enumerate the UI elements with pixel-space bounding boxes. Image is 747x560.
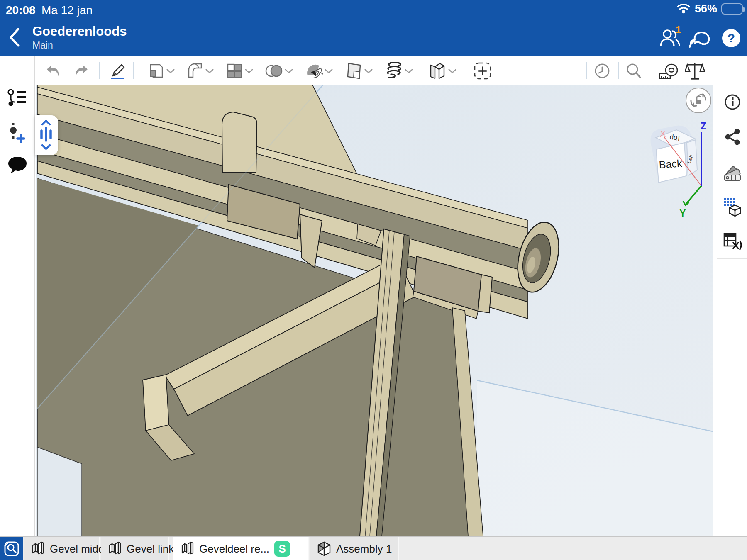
extrude-dropdown-chevron[interactable] [164,56,177,85]
axis-y-label: Y [679,208,686,219]
tab-gevel-midden[interactable]: Gevel midden [24,537,100,560]
sweep-dropdown-chevron[interactable] [403,56,415,85]
tab-geveldeel-re-active[interactable]: Geveldeel re... S [173,537,309,560]
battery-icon [721,3,743,15]
split-body-tool-button[interactable] [344,56,364,85]
status-bar: 20:08 Ma 12 jan 56% [0,0,747,18]
sync-status-badge: S [274,541,290,557]
orbit-lock-button[interactable] [686,88,711,113]
compare-scale-tool-button[interactable] [684,56,706,85]
design-part-icon [181,541,194,556]
design-part-icon [32,541,45,556]
axis-z-label: Z [701,121,706,131]
tab-label: Gevel links [127,543,179,555]
view-cube-top-label: Top [669,134,681,143]
sweep-coil-tool-button[interactable] [384,56,404,85]
back-button[interactable] [6,26,24,49]
boolean-dropdown-chevron[interactable] [283,56,295,85]
pattern-tool-button[interactable] [225,56,244,85]
wifi-icon [676,3,691,15]
live-sync-button[interactable] [689,27,710,49]
right-sidebar [717,85,747,536]
toolbar-separator [99,62,100,79]
boolean-union-tool-button[interactable] [264,56,284,85]
collaborators-button[interactable]: 1 [659,27,681,49]
items-history-button[interactable] [7,88,27,109]
materials-button[interactable] [717,155,747,189]
tab-label: Geveldeel re... [199,543,269,555]
design-tab-bar: Gevel midden Gevel links [0,536,747,560]
project-browser-button[interactable] [0,537,23,560]
fillet-dropdown-chevron[interactable] [203,56,216,85]
modeling-toolbar [0,56,747,85]
assembly-cube-icon [317,541,331,556]
toolbar-separator [618,62,619,79]
toolbar-separator [133,62,134,79]
design-part-icon [108,541,122,556]
fillet-tool-button[interactable] [185,56,205,85]
share-button[interactable] [717,120,747,154]
shell-dropdown-chevron[interactable] [446,56,459,85]
shapr3d-app: 20:08 Ma 12 jan 56% Goederenloods Main [0,0,747,560]
clock-time: 20:08 [6,4,36,17]
tab-assembly-1[interactable]: Assembly 1 [310,537,399,560]
axis-x-label: X [660,129,666,139]
sketch-pencil-button[interactable] [108,56,128,85]
transform-dropdown-chevron[interactable] [322,56,335,85]
add-item-button[interactable] [7,122,27,143]
pattern-dropdown-chevron[interactable] [243,56,255,85]
measure-tool-button[interactable] [657,56,679,85]
battery-percent: 56% [695,2,717,15]
left-sidebar [0,56,35,536]
panel-resize-handle[interactable] [35,115,58,155]
redo-button[interactable] [71,56,90,85]
history-button[interactable] [593,56,612,85]
add-custom-tool-button[interactable] [472,56,493,85]
document-title: Goederenloods [32,24,127,39]
comments-button[interactable] [7,155,27,176]
extrude-tool-button[interactable] [146,56,166,85]
3d-model-render [36,85,713,536]
workspace-subtitle: Main [32,40,53,51]
info-button[interactable] [717,85,747,119]
3d-viewport[interactable] [36,85,713,536]
svg-text:?: ? [727,31,735,45]
isolate-grid-cube-button[interactable] [717,190,747,224]
tab-gevel-links[interactable]: Gevel links [101,537,169,560]
shell-tool-button[interactable] [427,56,447,85]
bom-export-button[interactable] [717,224,747,259]
transform-tool-button[interactable] [304,56,324,85]
view-cube[interactable]: Top Back Left X Z Y [645,120,712,222]
view-cube-back-label: Back [659,157,683,170]
search-button[interactable] [624,56,643,85]
collaborator-count-badge: 1 [676,24,681,36]
undo-button[interactable] [44,56,63,85]
status-date: Ma 12 jan [42,4,93,17]
tab-label: Assembly 1 [336,543,392,555]
split-dropdown-chevron[interactable] [362,56,375,85]
toolbar-separator [586,62,587,79]
app-header: Goederenloods Main 1 ? [0,18,747,56]
help-button[interactable]: ? [720,27,742,49]
